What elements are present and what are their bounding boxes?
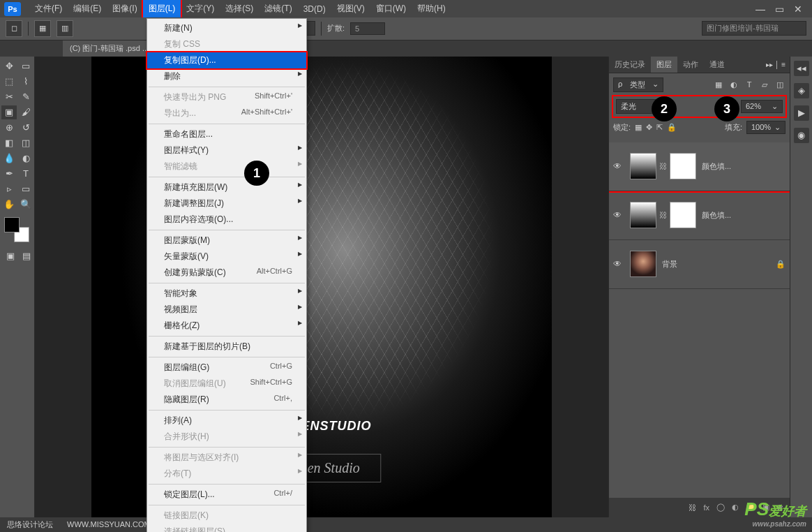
option-icon-2[interactable]: ▥: [57, 20, 73, 37]
visibility-toggle[interactable]: 👁: [613, 259, 624, 269]
lock-all-icon[interactable]: 🔒: [667, 123, 677, 132]
mask-icon[interactable]: ◯: [716, 503, 725, 512]
layers-icon[interactable]: ◈: [794, 83, 809, 98]
gradient-tool[interactable]: ◫: [18, 136, 33, 150]
window-restore[interactable]: ▭: [775, 3, 784, 15]
menu-item-[interactable]: 视频图层: [147, 302, 306, 318]
type-tool[interactable]: T: [18, 167, 33, 181]
menu-item-L[interactable]: 锁定图层(L)...Ctrl+/: [147, 487, 306, 503]
layer-name[interactable]: 背景: [662, 259, 770, 269]
visibility-toggle[interactable]: 👁: [613, 161, 624, 171]
option-icon-1[interactable]: ▦: [34, 20, 51, 37]
doc-tab[interactable]: (C) 图门-韩国瑞 .psd ...: [63, 40, 156, 57]
quickmask-icon[interactable]: ▣: [4, 249, 17, 263]
tool-preset-icon[interactable]: ◻: [6, 20, 22, 37]
layer-item-bg[interactable]: 👁 背景 🔒: [609, 240, 790, 289]
hand-tool[interactable]: ✋: [1, 198, 17, 212]
adjustment-icon[interactable]: ◐: [732, 503, 739, 512]
color-swatches[interactable]: [4, 217, 29, 242]
menu-item-[interactable]: 删除: [147, 68, 306, 84]
menu-item-Y[interactable]: 图层样式(Y): [147, 142, 306, 158]
marquee-tool[interactable]: ⬚: [1, 75, 17, 89]
tab-channels[interactable]: 通道: [704, 57, 730, 73]
patch-tool[interactable]: ▣: [1, 105, 17, 119]
menu-item-O[interactable]: 图层内容选项(O)...: [147, 212, 306, 228]
layer-item-2[interactable]: 👁 ⛓ 颜色填...: [609, 191, 790, 240]
menu-item-Z[interactable]: 栅格化(Z): [147, 318, 306, 334]
path-tool[interactable]: ▹: [1, 182, 17, 196]
diffuse-value[interactable]: 5: [350, 22, 385, 35]
lasso-tool[interactable]: ⌇: [18, 75, 33, 89]
workspace-dropdown[interactable]: 图门修图培训-韩国瑞: [702, 21, 806, 36]
move-tool[interactable]: ✥: [1, 59, 17, 73]
color-icon[interactable]: ◉: [794, 128, 809, 143]
eraser-tool[interactable]: ◧: [1, 136, 17, 150]
fx-icon[interactable]: fx: [703, 503, 709, 512]
menu-item-A[interactable]: 排列(A): [147, 413, 306, 429]
menu-window[interactable]: 窗口(W): [370, 0, 412, 17]
menu-item-B[interactable]: 新建基于图层的切片(B): [147, 339, 306, 355]
menu-edit[interactable]: 编辑(E): [68, 0, 107, 17]
menu-item-N[interactable]: 新建(N): [147, 20, 306, 36]
menu-item-[interactable]: 重命名图层...: [147, 126, 306, 142]
menu-item-D[interactable]: 复制图层(D)...: [147, 52, 306, 68]
history-brush-tool[interactable]: ↺: [18, 121, 33, 135]
layer-thumb[interactable]: [630, 251, 656, 277]
menu-item-C[interactable]: 创建剪贴蒙版(C)Alt+Ctrl+G: [147, 265, 306, 281]
layer-name[interactable]: 颜色填...: [702, 161, 785, 172]
layer-filter-kind[interactable]: ρ 类型 ⌄: [613, 77, 663, 92]
menu-item-M[interactable]: 图层蒙版(M): [147, 232, 306, 249]
dodge-tool[interactable]: ◐: [18, 152, 33, 165]
lock-pixels-icon[interactable]: ▦: [635, 123, 642, 132]
menu-item-J[interactable]: 新建调整图层(J): [147, 195, 306, 212]
menu-type[interactable]: 文字(Y): [181, 0, 220, 17]
crop-tool[interactable]: ✂: [1, 90, 17, 104]
window-minimize[interactable]: —: [755, 3, 765, 15]
filter-pixel-icon[interactable]: ▦: [713, 79, 724, 90]
eyedropper-tool[interactable]: ✎: [18, 90, 33, 104]
layer-thumb[interactable]: [630, 153, 656, 179]
zoom-tool[interactable]: 🔍: [18, 198, 33, 212]
artboard-tool[interactable]: ▭: [18, 59, 33, 73]
menu-item-G[interactable]: 图层编组(G)Ctrl+G: [147, 360, 306, 376]
stamp-tool[interactable]: ⊕: [1, 121, 17, 135]
menu-filter[interactable]: 滤镜(T): [259, 0, 297, 17]
lock-position-icon[interactable]: ✥: [646, 123, 652, 132]
link-icon[interactable]: ⛓: [659, 211, 667, 219]
expand-icon[interactable]: ◂◂: [794, 61, 809, 76]
screenmode-icon[interactable]: ▤: [20, 249, 33, 263]
shape-tool[interactable]: ▭: [18, 182, 33, 196]
filter-smart-icon[interactable]: ◫: [774, 79, 785, 90]
mask-thumb[interactable]: [670, 202, 696, 228]
menu-item-V[interactable]: 矢量蒙版(V): [147, 249, 306, 265]
fill-input[interactable]: 100%⌄: [746, 121, 785, 134]
link-layers-icon[interactable]: ⛓: [689, 503, 696, 512]
menu-3d[interactable]: 3D(D): [298, 1, 331, 17]
panel-menu-icon[interactable]: ▸▸ │ ≡: [762, 61, 790, 68]
visibility-toggle[interactable]: 👁: [613, 210, 624, 220]
layer-item-1[interactable]: 👁 ⛓ 颜色填...: [609, 142, 790, 191]
filter-shape-icon[interactable]: ▱: [759, 79, 770, 90]
opacity-input[interactable]: 62%⌄: [741, 100, 783, 113]
blur-tool[interactable]: 💧: [1, 152, 17, 165]
menu-item-[interactable]: 智能对象: [147, 286, 306, 302]
fg-color-swatch[interactable]: [4, 217, 20, 232]
play-icon[interactable]: ▶: [794, 105, 809, 121]
link-icon[interactable]: ⛓: [659, 162, 667, 170]
menu-select[interactable]: 选择(S): [220, 0, 259, 17]
tab-actions[interactable]: 动作: [677, 57, 704, 73]
mask-thumb[interactable]: [670, 153, 696, 179]
menu-file[interactable]: 文件(F): [29, 0, 68, 17]
menu-view[interactable]: 视图(V): [331, 0, 370, 17]
filter-type-icon[interactable]: T: [744, 79, 755, 90]
brush-tool[interactable]: 🖌: [18, 105, 33, 119]
window-close[interactable]: ✕: [794, 3, 802, 15]
menu-item-R[interactable]: 隐藏图层(R)Ctrl+,: [147, 392, 306, 408]
menu-layer[interactable]: 图层(L): [143, 0, 181, 17]
tab-layers[interactable]: 图层: [651, 57, 677, 73]
tab-history[interactable]: 历史记录: [609, 57, 651, 73]
layer-thumb[interactable]: [630, 202, 656, 228]
layer-name[interactable]: 颜色填...: [702, 210, 785, 221]
lock-artboard-icon[interactable]: ⇱: [656, 123, 663, 132]
pen-tool[interactable]: ✒: [1, 167, 17, 181]
